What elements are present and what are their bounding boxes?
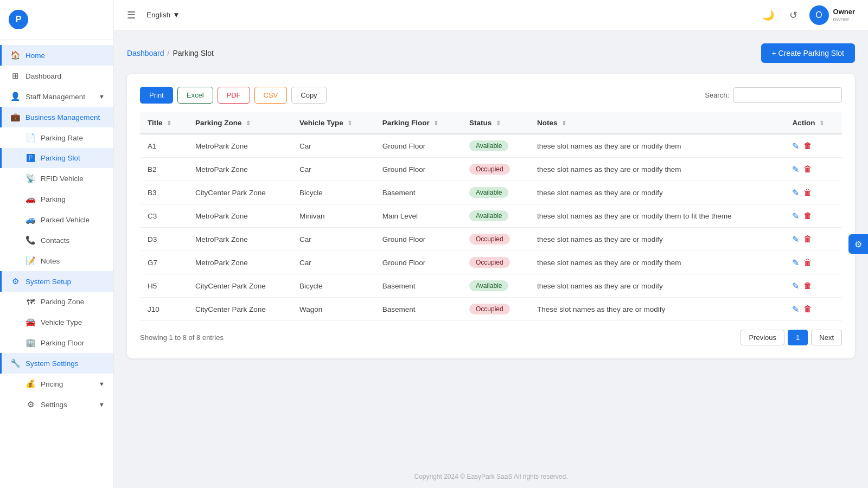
breadcrumb-parent[interactable]: Dashboard bbox=[127, 49, 164, 57]
action-buttons: ✎ 🗑 bbox=[792, 234, 834, 245]
avatar-initial: O bbox=[815, 10, 822, 20]
sidebar-item-label: Settings bbox=[41, 401, 67, 409]
delete-button[interactable]: 🗑 bbox=[803, 281, 812, 291]
hamburger-icon[interactable]: ☰ bbox=[127, 9, 136, 21]
table-row: C3 MetroPark Zone Minivan Main Level Ava… bbox=[140, 204, 842, 228]
edit-button[interactable]: ✎ bbox=[792, 141, 799, 151]
col-parking-zone[interactable]: Parking Zone ⇕ bbox=[188, 112, 292, 134]
sidebar-item-system-settings[interactable]: 🔧 System Settings bbox=[0, 353, 113, 374]
delete-button[interactable]: 🗑 bbox=[803, 164, 812, 174]
sidebar-item-label: Pricing bbox=[41, 380, 63, 388]
cell-notes: these slot names as they are or modify t… bbox=[529, 158, 784, 181]
user-avatar-area[interactable]: O Owner owner bbox=[809, 5, 855, 25]
col-parking-floor[interactable]: Parking Floor ⇕ bbox=[375, 112, 462, 134]
sidebar-item-system-setup[interactable]: ⚙ System Setup bbox=[0, 271, 113, 292]
page-1-button[interactable]: 1 bbox=[788, 330, 808, 345]
delete-button[interactable]: 🗑 bbox=[803, 258, 812, 267]
cell-action: ✎ 🗑 bbox=[784, 134, 842, 158]
sidebar-item-pricing[interactable]: 💰 Pricing ▼ bbox=[0, 374, 113, 394]
vehicle-type-icon: 🚘 bbox=[25, 317, 35, 327]
col-notes[interactable]: Notes ⇕ bbox=[529, 112, 784, 134]
edit-button[interactable]: ✎ bbox=[792, 211, 799, 221]
cell-parking-zone: MetroPark Zone bbox=[188, 228, 292, 251]
cell-title: B3 bbox=[140, 181, 188, 204]
pricing-icon: 💰 bbox=[25, 379, 35, 389]
col-title[interactable]: Title ⇕ bbox=[140, 112, 188, 134]
sidebar-item-business[interactable]: 💼 Business Management bbox=[0, 107, 113, 127]
parked-vehicle-icon: 🚙 bbox=[25, 215, 35, 224]
settings-float-button[interactable]: ⚙ bbox=[848, 234, 868, 254]
cell-action: ✎ 🗑 bbox=[784, 228, 842, 251]
cell-action: ✎ 🗑 bbox=[784, 158, 842, 181]
cell-action: ✎ 🗑 bbox=[784, 274, 842, 298]
edit-button[interactable]: ✎ bbox=[792, 304, 799, 314]
language-selector[interactable]: English ▼ bbox=[142, 9, 184, 21]
delete-button[interactable]: 🗑 bbox=[803, 211, 812, 221]
edit-button[interactable]: ✎ bbox=[792, 234, 799, 245]
sort-status-icon: ⇕ bbox=[496, 120, 501, 126]
cell-parking-zone: CityCenter Park Zone bbox=[188, 181, 292, 204]
refresh-icon[interactable]: ↺ bbox=[786, 6, 801, 24]
sidebar-item-parking-floor[interactable]: 🏢 Parking Floor bbox=[0, 332, 113, 353]
main-content: Dashboard / Parking Slot + Create Parkin… bbox=[114, 30, 868, 465]
csv-button[interactable]: CSV bbox=[254, 87, 288, 104]
sidebar-item-parking-rate[interactable]: 📄 Parking Rate bbox=[0, 127, 113, 148]
sidebar-item-settings[interactable]: ⚙ Settings ▼ bbox=[0, 394, 113, 415]
cell-parking-zone: MetroPark Zone bbox=[188, 251, 292, 274]
copy-button[interactable]: Copy bbox=[291, 87, 326, 104]
table-row: G7 MetroPark Zone Car Ground Floor Occup… bbox=[140, 251, 842, 274]
cell-status: Occupied bbox=[462, 228, 529, 251]
sidebar-item-contacts[interactable]: 📞 Contacts bbox=[0, 230, 113, 251]
sidebar-item-vehicle-type[interactable]: 🚘 Vehicle Type bbox=[0, 312, 113, 332]
topbar-right: 🌙 ↺ O Owner owner bbox=[759, 5, 855, 25]
action-buttons: ✎ 🗑 bbox=[792, 188, 834, 198]
sidebar-item-rfid-vehicle[interactable]: 📡 RFID Vehicle bbox=[0, 168, 113, 189]
cell-vehicle-type: Bicycle bbox=[292, 274, 375, 298]
print-button[interactable]: Print bbox=[140, 87, 173, 104]
previous-button[interactable]: Previous bbox=[741, 330, 784, 345]
create-parking-slot-button[interactable]: + Create Parking Slot bbox=[761, 43, 855, 63]
sidebar-item-parking-slot[interactable]: 🅿 Parking Slot bbox=[0, 148, 113, 168]
table-row: B3 CityCenter Park Zone Bicycle Basement… bbox=[140, 181, 842, 204]
cell-parking-zone: CityCenter Park Zone bbox=[188, 298, 292, 321]
cell-status: Available bbox=[462, 204, 529, 228]
edit-button[interactable]: ✎ bbox=[792, 188, 799, 198]
pdf-button[interactable]: PDF bbox=[218, 87, 250, 104]
breadcrumb-current: Parking Slot bbox=[173, 49, 213, 57]
status-badge: Occupied bbox=[469, 164, 510, 175]
edit-button[interactable]: ✎ bbox=[792, 164, 799, 175]
cell-parking-floor: Main Level bbox=[375, 204, 462, 228]
delete-button[interactable]: 🗑 bbox=[803, 141, 812, 151]
next-button[interactable]: Next bbox=[811, 330, 842, 345]
delete-button[interactable]: 🗑 bbox=[803, 188, 812, 197]
col-vehicle-type[interactable]: Vehicle Type ⇕ bbox=[292, 112, 375, 134]
system-settings-icon: 🔧 bbox=[10, 358, 20, 368]
status-badge: Available bbox=[469, 210, 508, 221]
breadcrumb-separator: / bbox=[168, 49, 170, 57]
parking-rate-icon: 📄 bbox=[25, 133, 35, 143]
col-status[interactable]: Status ⇕ bbox=[462, 112, 529, 134]
delete-button[interactable]: 🗑 bbox=[803, 234, 812, 244]
sidebar-item-parking-zone[interactable]: 🗺 Parking Zone bbox=[0, 292, 113, 312]
home-icon: 🏠 bbox=[10, 50, 20, 60]
delete-button[interactable]: 🗑 bbox=[803, 304, 812, 314]
cell-parking-zone: CityCenter Park Zone bbox=[188, 274, 292, 298]
sidebar-item-label: System Setup bbox=[25, 278, 71, 286]
sidebar-navigation: 🏠 Home ⊞ Dashboard 👤 Staff Management ▼ … bbox=[0, 40, 113, 488]
sidebar-item-dashboard[interactable]: ⊞ Dashboard bbox=[0, 66, 113, 86]
pagination: Previous 1 Next bbox=[741, 330, 842, 345]
system-setup-icon: ⚙ bbox=[10, 277, 20, 286]
cell-vehicle-type: Car bbox=[292, 251, 375, 274]
edit-button[interactable]: ✎ bbox=[792, 258, 799, 268]
sidebar-item-parking[interactable]: 🚗 Parking bbox=[0, 189, 113, 209]
dark-mode-icon[interactable]: 🌙 bbox=[759, 6, 777, 24]
sidebar-item-home[interactable]: 🏠 Home bbox=[0, 45, 113, 66]
sidebar-item-parked-vehicle[interactable]: 🚙 Parked Vehicle bbox=[0, 209, 113, 230]
topbar: ☰ English ▼ 🌙 ↺ O Owner owner bbox=[114, 0, 868, 30]
edit-button[interactable]: ✎ bbox=[792, 281, 799, 291]
sidebar-item-staff[interactable]: 👤 Staff Management ▼ bbox=[0, 86, 113, 107]
cell-vehicle-type: Car bbox=[292, 158, 375, 181]
search-input[interactable] bbox=[733, 87, 842, 103]
sidebar-item-notes[interactable]: 📝 Notes bbox=[0, 251, 113, 271]
excel-button[interactable]: Excel bbox=[177, 87, 213, 104]
